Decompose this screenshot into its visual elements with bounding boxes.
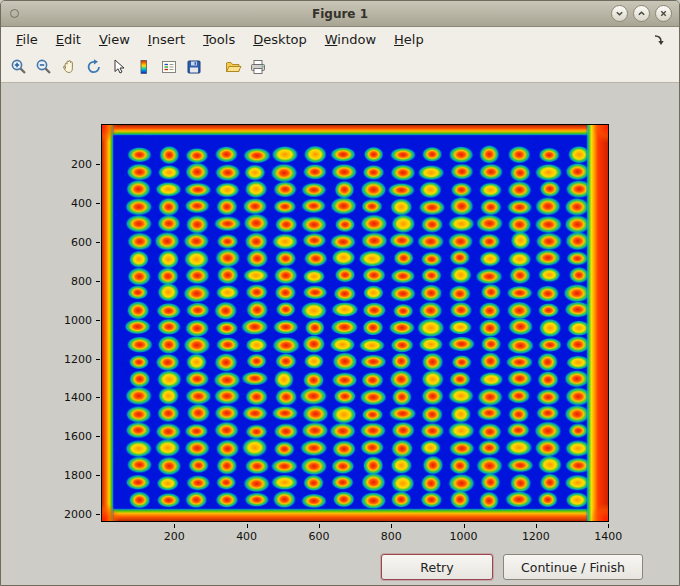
- data-cursor-button[interactable]: [107, 56, 130, 79]
- open-folder-icon: [224, 58, 242, 76]
- menu-view[interactable]: View: [90, 29, 139, 50]
- dock-arrow-icon: [652, 33, 666, 47]
- x-tick-mark: [464, 524, 465, 528]
- figure-canvas-area: 2004006008001000120014002004006008001000…: [1, 83, 679, 585]
- menu-help[interactable]: Help: [385, 29, 433, 50]
- chevron-up-icon: [637, 9, 646, 18]
- zoom-in-button[interactable]: [7, 56, 30, 79]
- y-tick-label: 600: [71, 235, 92, 248]
- y-tick-mark: [96, 281, 100, 282]
- x-tick-label: 800: [381, 530, 402, 543]
- x-tick-mark: [536, 524, 537, 528]
- retry-button[interactable]: Retry: [381, 554, 493, 580]
- zoom-in-icon: [10, 58, 28, 76]
- y-tick-label: 1000: [64, 313, 92, 326]
- menubar: File Edit View Insert Tools Desktop Wind…: [1, 27, 679, 52]
- y-tick-label: 400: [71, 196, 92, 209]
- toolbar-separator: [207, 52, 219, 82]
- menu-file[interactable]: File: [7, 29, 47, 50]
- close-button[interactable]: [655, 5, 672, 22]
- print-button[interactable]: [246, 56, 269, 79]
- zoom-out-button[interactable]: [32, 56, 55, 79]
- x-tick-label: 200: [164, 530, 185, 543]
- menu-window[interactable]: Window: [316, 29, 385, 50]
- dock-figure-button[interactable]: [652, 33, 666, 47]
- y-tick-label: 1600: [64, 430, 92, 443]
- pan-button[interactable]: [57, 56, 80, 79]
- y-tick-label: 200: [71, 157, 92, 170]
- x-tick-label: 600: [308, 530, 329, 543]
- x-tick-mark: [608, 524, 609, 528]
- y-tick-label: 2000: [64, 508, 92, 521]
- zoom-out-icon: [35, 58, 53, 76]
- x-tick-mark: [174, 524, 175, 528]
- plot-canvas[interactable]: [101, 124, 609, 522]
- menu-desktop[interactable]: Desktop: [244, 29, 316, 50]
- x-tick-label: 1400: [594, 530, 622, 543]
- y-tick-mark: [96, 514, 100, 515]
- colorbar-icon: [135, 58, 153, 76]
- dialog-button-row: Retry Continue / Finish: [381, 554, 643, 580]
- x-tick-label: 1000: [450, 530, 478, 543]
- menu-edit[interactable]: Edit: [47, 29, 90, 50]
- open-button[interactable]: [221, 56, 244, 79]
- data-cursor-icon: [110, 58, 128, 76]
- insert-colorbar-button[interactable]: [132, 56, 155, 79]
- rotate-3d-button[interactable]: [82, 56, 105, 79]
- close-icon: [659, 9, 668, 18]
- y-tick-label: 800: [71, 274, 92, 287]
- y-tick-mark: [96, 320, 100, 321]
- x-tick-mark: [391, 524, 392, 528]
- y-tick-mark: [96, 436, 100, 437]
- menu-insert[interactable]: Insert: [139, 29, 194, 50]
- x-tick-label: 1200: [522, 530, 550, 543]
- chevron-down-icon: [615, 9, 624, 18]
- rotate-3d-icon: [85, 58, 103, 76]
- figure-window: Figure 1 File Edit View Insert Tools Des…: [0, 0, 680, 586]
- window-menu-icon[interactable]: [10, 9, 19, 18]
- y-tick-mark: [96, 242, 100, 243]
- save-button[interactable]: [182, 56, 205, 79]
- y-tick-label: 1200: [64, 352, 92, 365]
- y-tick-mark: [96, 164, 100, 165]
- x-tick-label: 400: [236, 530, 257, 543]
- y-tick-mark: [96, 475, 100, 476]
- x-tick-mark: [319, 524, 320, 528]
- window-title: Figure 1: [1, 7, 679, 21]
- titlebar[interactable]: Figure 1: [1, 1, 679, 27]
- print-icon: [249, 58, 267, 76]
- x-tick-mark: [247, 524, 248, 528]
- y-tick-mark: [96, 397, 100, 398]
- window-controls: [611, 5, 672, 22]
- continue-finish-button[interactable]: Continue / Finish: [503, 554, 643, 580]
- y-tick-label: 1800: [64, 469, 92, 482]
- insert-legend-button[interactable]: [157, 56, 180, 79]
- menu-tools[interactable]: Tools: [194, 29, 244, 50]
- minimize-button[interactable]: [611, 5, 628, 22]
- figure-toolbar: [1, 52, 679, 83]
- axes: 2004006008001000120014002004006008001000…: [101, 124, 611, 524]
- y-tick-mark: [96, 203, 100, 204]
- y-tick-label: 1400: [64, 391, 92, 404]
- y-tick-mark: [96, 359, 100, 360]
- save-floppy-icon: [185, 58, 203, 76]
- legend-icon: [160, 58, 178, 76]
- pan-hand-icon: [60, 58, 78, 76]
- maximize-button[interactable]: [633, 5, 650, 22]
